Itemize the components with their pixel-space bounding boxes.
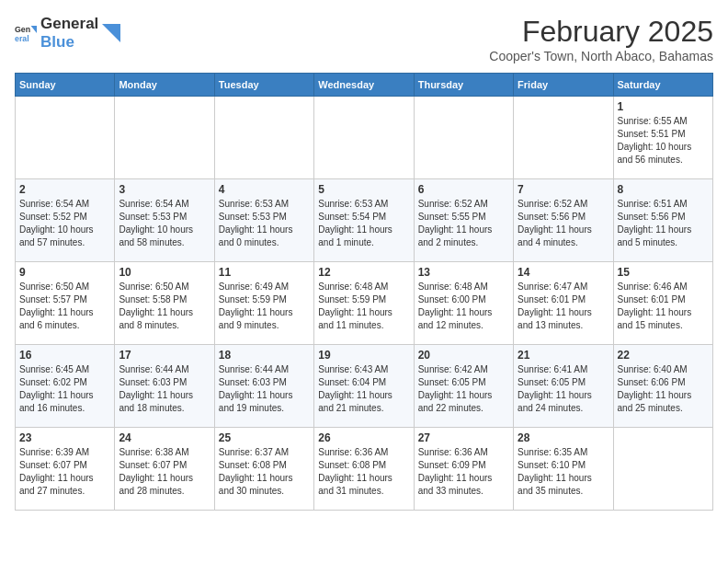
svg-marker-3 <box>102 24 120 42</box>
calendar-week-1: 1Sunrise: 6:55 AM Sunset: 5:51 PM Daylig… <box>16 97 713 179</box>
day-info: Sunrise: 6:47 AM Sunset: 6:01 PM Dayligh… <box>518 281 609 332</box>
day-number: 8 <box>618 183 709 196</box>
title-area: February 2025 Cooper's Town, North Abaco… <box>489 15 713 63</box>
day-number: 5 <box>318 183 409 196</box>
day-number: 14 <box>518 266 609 279</box>
day-info: Sunrise: 6:53 AM Sunset: 5:54 PM Dayligh… <box>318 198 409 249</box>
day-info: Sunrise: 6:44 AM Sunset: 6:03 PM Dayligh… <box>119 363 210 415</box>
day-number: 10 <box>119 266 210 279</box>
day-number: 18 <box>219 349 310 362</box>
day-info: Sunrise: 6:42 AM Sunset: 6:05 PM Dayligh… <box>418 363 509 415</box>
svg-marker-2 <box>31 26 37 33</box>
day-info: Sunrise: 6:35 AM Sunset: 6:10 PM Dayligh… <box>518 446 609 498</box>
day-info: Sunrise: 6:44 AM Sunset: 6:03 PM Dayligh… <box>219 363 310 415</box>
day-info: Sunrise: 6:54 AM Sunset: 5:52 PM Dayligh… <box>19 198 110 249</box>
calendar-cell: 18Sunrise: 6:44 AM Sunset: 6:03 PM Dayli… <box>214 345 313 428</box>
calendar-week-3: 9Sunrise: 6:50 AM Sunset: 5:57 PM Daylig… <box>16 262 713 345</box>
day-info: Sunrise: 6:49 AM Sunset: 5:59 PM Dayligh… <box>219 281 310 332</box>
day-number: 26 <box>318 431 409 444</box>
day-info: Sunrise: 6:45 AM Sunset: 6:02 PM Dayligh… <box>19 363 110 415</box>
day-info: Sunrise: 6:48 AM Sunset: 6:00 PM Dayligh… <box>418 281 509 332</box>
day-info: Sunrise: 6:38 AM Sunset: 6:07 PM Dayligh… <box>119 446 210 498</box>
logo-triangle <box>102 24 120 42</box>
calendar-cell: 16Sunrise: 6:45 AM Sunset: 6:02 PM Dayli… <box>16 345 115 428</box>
calendar-cell <box>514 97 613 179</box>
calendar-cell: 27Sunrise: 6:36 AM Sunset: 6:09 PM Dayli… <box>414 428 513 511</box>
calendar-cell: 23Sunrise: 6:39 AM Sunset: 6:07 PM Dayli… <box>16 428 115 511</box>
calendar-cell: 2Sunrise: 6:54 AM Sunset: 5:52 PM Daylig… <box>16 179 115 262</box>
weekday-header-friday: Friday <box>514 74 613 97</box>
day-info: Sunrise: 6:54 AM Sunset: 5:53 PM Dayligh… <box>119 198 210 249</box>
calendar-cell: 5Sunrise: 6:53 AM Sunset: 5:54 PM Daylig… <box>314 179 414 262</box>
weekday-header-tuesday: Tuesday <box>214 74 313 97</box>
day-number: 19 <box>318 349 409 362</box>
day-number: 23 <box>19 431 110 444</box>
calendar-cell <box>115 97 214 179</box>
day-info: Sunrise: 6:52 AM Sunset: 5:55 PM Dayligh… <box>418 198 509 249</box>
day-info: Sunrise: 6:50 AM Sunset: 5:57 PM Dayligh… <box>19 281 110 332</box>
day-info: Sunrise: 6:48 AM Sunset: 5:59 PM Dayligh… <box>318 281 409 332</box>
day-info: Sunrise: 6:36 AM Sunset: 6:08 PM Dayligh… <box>318 446 409 498</box>
day-info: Sunrise: 6:51 AM Sunset: 5:56 PM Dayligh… <box>618 198 709 249</box>
day-number: 2 <box>19 183 110 196</box>
weekday-header-monday: Monday <box>115 74 214 97</box>
weekday-header-sunday: Sunday <box>16 74 115 97</box>
day-number: 28 <box>518 431 609 444</box>
header: Gen eral General Blue February 2025 Coop… <box>15 15 713 63</box>
calendar-cell: 11Sunrise: 6:49 AM Sunset: 5:59 PM Dayli… <box>214 262 313 345</box>
calendar-cell <box>414 97 513 179</box>
calendar-cell: 20Sunrise: 6:42 AM Sunset: 6:05 PM Dayli… <box>414 345 513 428</box>
day-number: 13 <box>418 266 509 279</box>
svg-text:eral: eral <box>15 34 29 43</box>
calendar-cell: 26Sunrise: 6:36 AM Sunset: 6:08 PM Dayli… <box>314 428 414 511</box>
day-info: Sunrise: 6:53 AM Sunset: 5:53 PM Dayligh… <box>219 198 310 249</box>
calendar-cell <box>214 97 313 179</box>
calendar-cell: 10Sunrise: 6:50 AM Sunset: 5:58 PM Dayli… <box>115 262 214 345</box>
calendar-cell: 7Sunrise: 6:52 AM Sunset: 5:56 PM Daylig… <box>514 179 613 262</box>
logo: Gen eral General Blue <box>15 15 120 52</box>
calendar-cell: 28Sunrise: 6:35 AM Sunset: 6:10 PM Dayli… <box>514 428 613 511</box>
calendar-cell: 6Sunrise: 6:52 AM Sunset: 5:55 PM Daylig… <box>414 179 513 262</box>
day-info: Sunrise: 6:37 AM Sunset: 6:08 PM Dayligh… <box>219 446 310 498</box>
calendar-cell: 12Sunrise: 6:48 AM Sunset: 5:59 PM Dayli… <box>314 262 414 345</box>
calendar-cell: 14Sunrise: 6:47 AM Sunset: 6:01 PM Dayli… <box>514 262 613 345</box>
logo-icon: Gen eral <box>15 22 37 44</box>
svg-text:Gen: Gen <box>15 26 30 35</box>
weekday-header-row: SundayMondayTuesdayWednesdayThursdayFrid… <box>16 74 713 97</box>
day-info: Sunrise: 6:41 AM Sunset: 6:05 PM Dayligh… <box>518 363 609 415</box>
day-number: 24 <box>119 431 210 444</box>
calendar-cell: 25Sunrise: 6:37 AM Sunset: 6:08 PM Dayli… <box>214 428 313 511</box>
day-number: 12 <box>318 266 409 279</box>
month-title: February 2025 <box>489 15 713 49</box>
day-number: 11 <box>219 266 310 279</box>
calendar-cell: 13Sunrise: 6:48 AM Sunset: 6:00 PM Dayli… <box>414 262 513 345</box>
calendar-week-4: 16Sunrise: 6:45 AM Sunset: 6:02 PM Dayli… <box>16 345 713 428</box>
day-number: 1 <box>618 100 709 113</box>
calendar-cell <box>314 97 414 179</box>
calendar-cell: 3Sunrise: 6:54 AM Sunset: 5:53 PM Daylig… <box>115 179 214 262</box>
day-info: Sunrise: 6:40 AM Sunset: 6:06 PM Dayligh… <box>618 363 709 415</box>
calendar-cell: 15Sunrise: 6:46 AM Sunset: 6:01 PM Dayli… <box>613 262 712 345</box>
calendar-cell <box>613 428 712 511</box>
day-number: 21 <box>518 349 609 362</box>
day-info: Sunrise: 6:52 AM Sunset: 5:56 PM Dayligh… <box>518 198 609 249</box>
calendar-table: SundayMondayTuesdayWednesdayThursdayFrid… <box>15 73 713 511</box>
day-number: 20 <box>418 349 509 362</box>
logo-blue-text: Blue <box>40 33 98 52</box>
day-number: 16 <box>19 349 110 362</box>
calendar-cell <box>16 97 115 179</box>
day-number: 4 <box>219 183 310 196</box>
calendar-cell: 17Sunrise: 6:44 AM Sunset: 6:03 PM Dayli… <box>115 345 214 428</box>
calendar-cell: 19Sunrise: 6:43 AM Sunset: 6:04 PM Dayli… <box>314 345 414 428</box>
calendar-week-2: 2Sunrise: 6:54 AM Sunset: 5:52 PM Daylig… <box>16 179 713 262</box>
calendar-cell: 4Sunrise: 6:53 AM Sunset: 5:53 PM Daylig… <box>214 179 313 262</box>
day-number: 15 <box>618 266 709 279</box>
day-number: 3 <box>119 183 210 196</box>
calendar-cell: 21Sunrise: 6:41 AM Sunset: 6:05 PM Dayli… <box>514 345 613 428</box>
calendar-cell: 24Sunrise: 6:38 AM Sunset: 6:07 PM Dayli… <box>115 428 214 511</box>
weekday-header-thursday: Thursday <box>414 74 513 97</box>
day-number: 17 <box>119 349 210 362</box>
day-info: Sunrise: 6:55 AM Sunset: 5:51 PM Dayligh… <box>618 115 709 167</box>
day-number: 27 <box>418 431 509 444</box>
day-number: 22 <box>618 349 709 362</box>
